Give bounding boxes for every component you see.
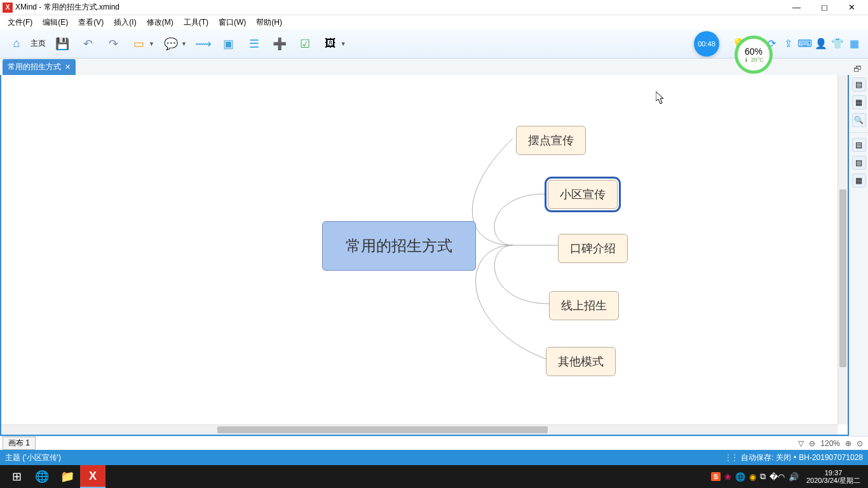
sheet-tab[interactable]: 画布 1: [3, 437, 36, 450]
canvas[interactable]: 常用的招生方式 摆点宣传 小区宣传 口碑介绍 线上招生 其他模式: [0, 75, 849, 436]
tray-wifi-icon[interactable]: �◠: [770, 472, 785, 482]
status-machine: BH-201907071028: [799, 453, 863, 462]
undo-button[interactable]: ↶: [77, 33, 98, 55]
tray-sogou-icon[interactable]: S: [711, 472, 721, 481]
menu-tools[interactable]: 工具(T): [179, 16, 214, 29]
status-selection: 主题 ('小区宣传'): [5, 452, 61, 463]
mindmap-child-node[interactable]: 摆点宣传: [516, 126, 586, 155]
mouse-cursor-icon: [656, 92, 665, 104]
start-button[interactable]: ⊞: [4, 465, 29, 488]
app-icon: X: [3, 3, 13, 13]
menu-edit[interactable]: 编辑(E): [37, 16, 73, 29]
tray-360-icon[interactable]: ◉: [749, 472, 756, 482]
gauge-temp: 🌡 26°C: [743, 57, 764, 63]
sidepanel-search-icon[interactable]: 🔍: [852, 113, 866, 127]
mindmap-child-node[interactable]: 口碑介绍: [558, 234, 628, 263]
menubar: 文件(F) 编辑(E) 查看(V) 插入(I) 修改(M) 工具(T) 窗口(W…: [0, 15, 868, 29]
tab-label: 常用的招生方式: [8, 62, 61, 72]
taskbar-explorer-icon[interactable]: 📁: [55, 465, 80, 488]
image-button[interactable]: 🖼: [320, 33, 341, 55]
clock-time: 19:37: [806, 469, 860, 477]
tray-flower-icon[interactable]: ❀: [724, 472, 731, 482]
filter-icon[interactable]: ▽: [796, 439, 806, 448]
menu-view[interactable]: 查看(V): [73, 16, 109, 29]
boundary-button[interactable]: ▣: [218, 33, 240, 55]
window-title: XMind - 常用的招生方式.xmind: [15, 2, 789, 13]
menu-insert[interactable]: 插入(I): [109, 16, 141, 29]
dropdown-icon[interactable]: ▼: [149, 41, 154, 47]
mindmap-child-node[interactable]: 线上招生: [549, 291, 619, 320]
scrollbar-thumb[interactable]: [839, 189, 846, 367]
mindmap-child-node[interactable]: 其他模式: [546, 347, 616, 376]
gauge-percent: 60%: [745, 46, 763, 57]
mindmap-root-node[interactable]: 常用的招生方式: [322, 221, 476, 271]
sidepanel-theme-icon[interactable]: ▦: [852, 173, 866, 187]
sidepanel-outline-icon[interactable]: ▤: [852, 78, 866, 92]
sidepanel-markers-icon[interactable]: ▤: [852, 138, 866, 152]
tray-taskview-icon[interactable]: ⧉: [760, 471, 766, 482]
menu-modify[interactable]: 修改(M): [142, 16, 179, 29]
save-button[interactable]: 💾: [51, 33, 73, 55]
main-area: 常用的招生方式 摆点宣传 小区宣传 口碑介绍 线上招生 其他模式 ▤ ▦ 🔍 ▤…: [0, 75, 868, 436]
share-icon[interactable]: ⇪: [782, 37, 794, 50]
status-autosave: 自动保存: 关闭: [741, 452, 791, 463]
keyboard-icon[interactable]: ⌨: [798, 37, 811, 50]
grip-icon[interactable]: ⋮⋮: [724, 453, 737, 462]
tray-browser-icon[interactable]: 🌐: [735, 472, 745, 482]
horizontal-scrollbar[interactable]: [1, 424, 837, 435]
taskbar-clock[interactable]: 19:37 2020/3/24/星期二: [803, 469, 864, 484]
system-gauge[interactable]: 60% 🌡 26°C: [735, 36, 773, 74]
menu-icon[interactable]: ▦: [848, 37, 860, 50]
tab-minimize-icon[interactable]: 🗗: [850, 63, 865, 75]
taskbar-browser-icon[interactable]: 🌐: [29, 465, 55, 488]
relationship-button[interactable]: ⟿: [193, 33, 214, 55]
dropdown-icon[interactable]: ▼: [181, 41, 187, 47]
sheet-bar: 画布 1 ▽ ⊖ 120% ⊕ ⊙: [0, 436, 868, 450]
task-button[interactable]: ☑: [294, 33, 316, 55]
menu-help[interactable]: 帮助(H): [251, 16, 287, 29]
timer-badge[interactable]: 00:48: [694, 31, 719, 57]
status-separator: •: [794, 453, 796, 462]
redo-button[interactable]: ↷: [102, 33, 124, 55]
zoom-fit-button[interactable]: ⊙: [854, 439, 865, 448]
menu-file[interactable]: 文件(F): [3, 16, 37, 29]
dropdown-icon[interactable]: ▼: [341, 41, 346, 47]
zoom-in-button[interactable]: ⊕: [843, 439, 854, 448]
tab-close-icon[interactable]: ✕: [65, 63, 71, 71]
summary-button[interactable]: ☰: [243, 33, 265, 55]
zoom-out-button[interactable]: ⊖: [806, 439, 818, 448]
marker-button[interactable]: ➕: [269, 33, 290, 55]
topic-button[interactable]: ▭: [128, 33, 149, 55]
tray-volume-icon[interactable]: 🔊: [789, 472, 799, 482]
sidepanel-icon[interactable]: ▤: [852, 156, 866, 170]
vertical-scrollbar[interactable]: [837, 75, 848, 424]
system-tray: S ❀ 🌐 ◉ ⧉ �◠ 🔊 19:37 2020/3/24/星期二: [711, 469, 864, 484]
zoom-level[interactable]: 120%: [818, 439, 843, 448]
minimize-button[interactable]: —: [789, 3, 804, 12]
menu-window[interactable]: 窗口(W): [214, 16, 251, 29]
side-panel: ▤ ▦ 🔍 ▤ ▤ ▦: [849, 75, 868, 436]
window-controls: — ◻ ✕: [789, 3, 865, 12]
taskbar: ⊞ 🌐 📁 X S ❀ 🌐 ◉ ⧉ �◠ 🔊 19:37 2020/3/24/星…: [0, 465, 868, 488]
mindmap-child-node[interactable]: 小区宣传: [548, 180, 618, 209]
scrollbar-thumb[interactable]: [217, 426, 548, 433]
note-button[interactable]: 💬: [160, 33, 182, 55]
close-button[interactable]: ✕: [844, 3, 859, 12]
maximize-button[interactable]: ◻: [817, 3, 832, 12]
document-tab[interactable]: 常用的招生方式 ✕: [3, 59, 76, 75]
taskbar-xmind-icon[interactable]: X: [80, 465, 105, 488]
home-label: 主页: [31, 38, 46, 49]
sidepanel-properties-icon[interactable]: ▦: [852, 95, 866, 109]
user-icon[interactable]: 👤: [815, 37, 827, 50]
tshirt-icon[interactable]: 👕: [831, 37, 844, 50]
titlebar: X XMind - 常用的招生方式.xmind — ◻ ✕: [0, 0, 868, 15]
status-bar: 主题 ('小区宣传') ⋮⋮ 自动保存: 关闭 • BH-20190707102…: [0, 450, 868, 465]
home-button[interactable]: ⌂: [6, 33, 27, 55]
clock-date: 2020/3/24/星期二: [806, 477, 860, 484]
